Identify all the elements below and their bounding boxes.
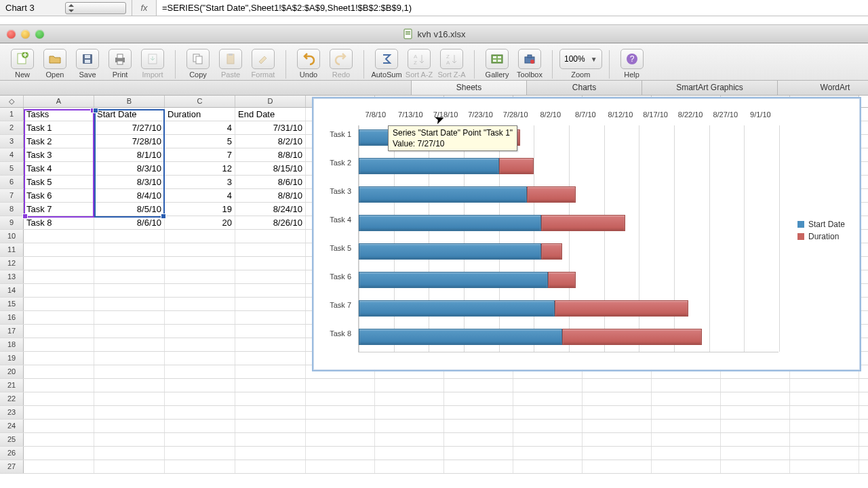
cell[interactable] <box>24 284 94 297</box>
cell[interactable] <box>235 433 306 446</box>
print-button[interactable]: Print <box>104 49 136 79</box>
bar-start-date[interactable] <box>359 215 541 231</box>
cell[interactable] <box>306 433 375 446</box>
cell[interactable] <box>721 447 790 460</box>
cell[interactable] <box>94 420 165 432</box>
bar-row[interactable] <box>359 158 778 174</box>
row-header-17[interactable]: 17 <box>0 325 24 338</box>
row-header-12[interactable]: 12 <box>0 257 24 270</box>
cell[interactable]: 8/8/10 <box>235 189 306 202</box>
cell[interactable] <box>235 460 306 473</box>
bar-row[interactable] <box>359 300 778 317</box>
tab-smartart[interactable]: SmartArt Graphics <box>642 81 777 95</box>
cell[interactable] <box>652 460 721 473</box>
cell[interactable]: Tasks <box>24 108 94 121</box>
cell[interactable]: Task 1 <box>24 121 94 134</box>
bar-row[interactable] <box>359 272 778 288</box>
bar-duration[interactable] <box>562 329 703 345</box>
cell[interactable]: 7 <box>165 148 235 161</box>
row-header-24[interactable]: 24 <box>0 420 24 432</box>
cell[interactable] <box>24 447 94 460</box>
cell[interactable]: 5 <box>165 135 235 148</box>
row-header-6[interactable]: 6 <box>0 176 24 188</box>
cell[interactable] <box>24 379 94 392</box>
row-header-4[interactable]: 4 <box>0 148 24 161</box>
row-25[interactable]: 25 <box>0 433 868 447</box>
row-header-21[interactable]: 21 <box>0 379 24 392</box>
row-header-27[interactable]: 27 <box>0 460 24 473</box>
cell[interactable] <box>24 433 94 446</box>
cell[interactable] <box>513 460 583 473</box>
tab-charts[interactable]: Charts <box>526 81 642 95</box>
cell[interactable]: Start Date <box>94 108 165 121</box>
cell[interactable]: 8/6/10 <box>94 216 165 229</box>
cell[interactable] <box>306 406 375 419</box>
cell[interactable] <box>652 392 721 405</box>
cell[interactable] <box>513 447 583 460</box>
cell[interactable] <box>24 230 94 243</box>
cell[interactable] <box>583 433 652 446</box>
cell[interactable] <box>24 392 94 405</box>
bar-start-date[interactable] <box>359 329 562 345</box>
cell[interactable]: 7/28/10 <box>94 135 165 148</box>
cell[interactable]: 8/2/10 <box>235 135 306 148</box>
chart-plot-area[interactable] <box>358 125 778 352</box>
cell[interactable]: 3 <box>165 176 235 188</box>
cell[interactable] <box>165 311 235 324</box>
cell[interactable] <box>235 338 306 351</box>
name-box-stepper-icon[interactable] <box>65 2 126 14</box>
row-22[interactable]: 22 <box>0 392 868 406</box>
cell[interactable] <box>165 243 235 256</box>
row-26[interactable]: 26 <box>0 447 868 460</box>
row-header-18[interactable]: 18 <box>0 338 24 351</box>
cell[interactable] <box>513 420 583 432</box>
cell[interactable]: 8/3/10 <box>94 176 165 188</box>
cell[interactable] <box>94 325 165 338</box>
cell[interactable]: 19 <box>165 203 235 216</box>
row-27[interactable]: 27 <box>0 460 868 474</box>
cell[interactable]: Task 6 <box>24 189 94 202</box>
cell[interactable] <box>235 379 306 392</box>
cell[interactable] <box>652 447 721 460</box>
cell[interactable] <box>444 379 513 392</box>
cell[interactable]: End Date <box>235 108 306 121</box>
bar-row[interactable] <box>359 215 778 231</box>
new-button[interactable]: New <box>7 49 38 79</box>
row-21[interactable]: 21 <box>0 379 868 392</box>
col-header-B[interactable]: B <box>94 96 165 107</box>
cell[interactable] <box>235 284 306 297</box>
row-24[interactable]: 24 <box>0 420 868 433</box>
bar-start-date[interactable] <box>359 186 527 203</box>
cell[interactable] <box>375 433 444 446</box>
cell[interactable] <box>94 433 165 446</box>
gallery-button[interactable]: Gallery <box>481 49 513 79</box>
cell[interactable] <box>165 230 235 243</box>
cell[interactable] <box>235 406 306 419</box>
minimize-icon[interactable] <box>21 30 30 39</box>
cell[interactable]: 8/4/10 <box>94 189 165 202</box>
cell[interactable] <box>235 257 306 270</box>
cell[interactable] <box>306 420 375 432</box>
cell[interactable] <box>165 270 235 283</box>
cell[interactable] <box>375 420 444 432</box>
close-icon[interactable] <box>7 30 16 39</box>
save-button[interactable]: Save <box>72 49 103 79</box>
cell[interactable] <box>165 420 235 432</box>
undo-button[interactable]: Undo <box>293 49 324 79</box>
cell[interactable] <box>94 447 165 460</box>
cell[interactable] <box>24 270 94 283</box>
cell[interactable]: Task 8 <box>24 216 94 229</box>
cell[interactable] <box>165 406 235 419</box>
cell[interactable]: 12 <box>165 162 235 175</box>
cell[interactable] <box>306 460 375 473</box>
cell[interactable] <box>165 284 235 297</box>
row-header-8[interactable]: 8 <box>0 203 24 216</box>
cell[interactable] <box>165 379 235 392</box>
cell[interactable]: 7/31/10 <box>235 121 306 134</box>
open-button[interactable]: Open <box>39 49 71 79</box>
cell[interactable]: 8/5/10 <box>94 203 165 216</box>
bar-start-date[interactable] <box>359 243 541 260</box>
cell[interactable] <box>165 257 235 270</box>
cell[interactable] <box>24 325 94 338</box>
cell[interactable] <box>721 392 790 405</box>
